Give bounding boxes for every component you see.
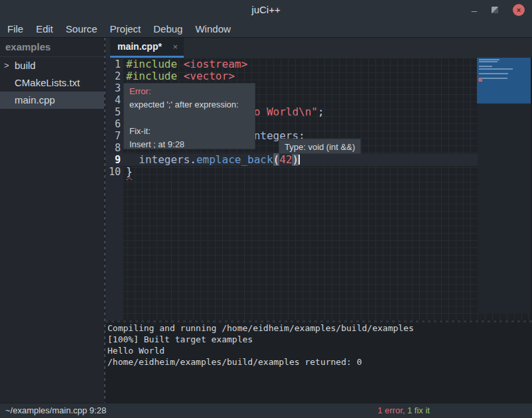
line-number: 6 bbox=[105, 118, 121, 130]
window-title: juCi++ bbox=[0, 0, 532, 20]
menu-window[interactable]: Window bbox=[195, 23, 230, 35]
minimap-line bbox=[479, 73, 508, 74]
terminal-line: [100%] Built target examples bbox=[107, 334, 532, 345]
code-line[interactable]: 9 integers.emplace_back(42) bbox=[105, 154, 478, 166]
juci-window: juCi++ – × FileEditSourceProjectDebugWin… bbox=[0, 0, 532, 418]
code-editor[interactable]: 1#include <iostream>2#include <vector>34… bbox=[105, 58, 532, 320]
error-tooltip-line: Fix-it: bbox=[129, 125, 249, 138]
code-line[interactable]: 2#include <vector> bbox=[105, 70, 478, 82]
terminal-line: Compiling and running /home/eidheim/exam… bbox=[107, 322, 532, 334]
code-token bbox=[126, 153, 139, 166]
tab-label: main.cpp* bbox=[117, 38, 162, 56]
restore-button[interactable] bbox=[492, 7, 498, 13]
project-root-label: examples bbox=[0, 38, 104, 57]
diagnostics-separator: , bbox=[403, 405, 407, 415]
close-button[interactable]: × bbox=[513, 4, 525, 16]
close-icon: × bbox=[517, 7, 521, 14]
sidebar-item-build[interactable]: >build bbox=[0, 57, 104, 74]
titlebar: juCi++ – × bbox=[0, 0, 532, 20]
line-number: 2 bbox=[105, 70, 121, 82]
minimap-line bbox=[479, 61, 498, 62]
minimap[interactable] bbox=[477, 58, 531, 104]
code-token: emplace_back bbox=[196, 153, 273, 166]
error-count: 1 error bbox=[377, 405, 403, 415]
error-tooltip-line: expected ';' after expression: bbox=[129, 98, 249, 111]
error-tooltip: Error: expected ';' after expression: Fi… bbox=[123, 83, 255, 149]
project-sidebar: examples >buildCMakeLists.txtmain.cpp bbox=[0, 38, 104, 403]
code-line[interactable]: 10} bbox=[105, 166, 478, 178]
code-token: <vector> bbox=[184, 70, 235, 82]
sidebar-item-label: build bbox=[15, 60, 36, 71]
sidebar-item-label: main.cpp bbox=[15, 94, 55, 105]
type-tooltip: Type: void (int &&) bbox=[279, 139, 361, 154]
code-token: integers bbox=[139, 153, 190, 166]
line-number: 7 bbox=[105, 130, 121, 142]
file-location: ~/examples/main.cpp 9:28 bbox=[5, 403, 106, 418]
tab-main-cpp[interactable]: main.cpp* × bbox=[110, 38, 184, 58]
code-token: . bbox=[190, 153, 196, 166]
line-number: 9 bbox=[105, 154, 121, 166]
error-tooltip-line: Insert ; at 9:28 bbox=[129, 138, 249, 151]
minimap-line bbox=[479, 78, 507, 79]
code-token: #include bbox=[126, 58, 184, 70]
code-token: 42 bbox=[279, 153, 292, 166]
minimap-line bbox=[479, 68, 513, 70]
code-token: ) bbox=[292, 153, 299, 166]
code-token: #include bbox=[126, 70, 184, 82]
line-number: 3 bbox=[105, 82, 121, 94]
minimap-error-mark bbox=[478, 78, 482, 81]
sidebar-item-cmakelists-txt[interactable]: CMakeLists.txt bbox=[0, 74, 104, 92]
statusbar: ~/examples/main.cpp 9:28 1 error, 1 fix … bbox=[0, 403, 532, 418]
terminal-line: Hello World bbox=[107, 345, 532, 356]
menu-edit[interactable]: Edit bbox=[36, 23, 53, 35]
window-controls: – × bbox=[472, 0, 525, 20]
tabbar: main.cpp* × bbox=[105, 38, 532, 58]
sidebar-item-main-cpp[interactable]: main.cpp bbox=[0, 92, 104, 109]
terminal-output[interactable]: Compiling and running /home/eidheim/exam… bbox=[105, 322, 532, 403]
minimap-line bbox=[479, 59, 499, 60]
menu-debug[interactable]: Debug bbox=[153, 23, 182, 35]
code-token: } bbox=[126, 165, 133, 178]
terminal-line: /home/eidheim/examples/build/examples re… bbox=[107, 356, 532, 368]
minimap-line bbox=[479, 66, 492, 67]
code-text: #include <vector> bbox=[126, 70, 235, 82]
minimize-button[interactable]: – bbox=[472, 5, 477, 15]
fixit-count: 1 fix it bbox=[407, 405, 430, 415]
error-tooltip-title: Error: bbox=[129, 85, 249, 98]
code-token: ( bbox=[273, 153, 280, 166]
code-line[interactable]: 1#include <iostream> bbox=[105, 58, 478, 70]
error-tooltip-line bbox=[129, 111, 249, 125]
text-cursor bbox=[299, 155, 300, 165]
menu-project[interactable]: Project bbox=[110, 23, 141, 35]
line-number: 4 bbox=[105, 94, 121, 106]
file-tree: >buildCMakeLists.txtmain.cpp bbox=[0, 57, 104, 109]
chevron-right-icon[interactable]: > bbox=[4, 57, 9, 74]
code-text: #include <iostream> bbox=[126, 58, 247, 70]
menu-source[interactable]: Source bbox=[66, 23, 98, 35]
line-number: 5 bbox=[105, 106, 121, 118]
code-text: } bbox=[126, 165, 133, 178]
sidebar-item-label: CMakeLists.txt bbox=[15, 77, 80, 88]
code-token: <iostream> bbox=[184, 58, 247, 70]
code-token: ; bbox=[318, 105, 324, 118]
line-number: 8 bbox=[105, 142, 121, 154]
line-number: 1 bbox=[105, 58, 121, 70]
menubar: FileEditSourceProjectDebugWindow bbox=[0, 20, 532, 38]
code-text: integers.emplace_back(42) bbox=[126, 153, 300, 166]
line-number: 10 bbox=[105, 166, 121, 178]
tab-close-icon[interactable]: × bbox=[172, 38, 178, 56]
diagnostics-summary: 1 error, 1 fix it bbox=[377, 403, 430, 418]
menu-file[interactable]: File bbox=[7, 23, 23, 35]
